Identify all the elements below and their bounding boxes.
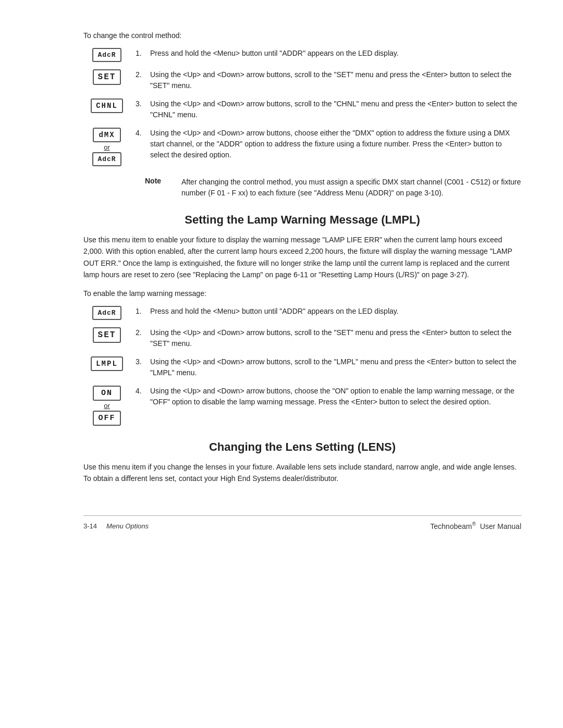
manual-subtitle: User Manual xyxy=(480,522,521,530)
lamp-step-4-text: Using the <Up> and <Down> arrow buttons,… xyxy=(150,386,521,408)
step-4-icon-area: dMX or AdcR xyxy=(83,128,130,166)
addr-box-1: AdcR xyxy=(92,48,121,62)
product-title: Technobeam xyxy=(430,522,472,530)
step-4-icon-pair: dMX or AdcR xyxy=(92,128,121,166)
chnl-box: CHNL xyxy=(91,98,123,113)
off-box: OFF xyxy=(93,411,121,426)
set-box-lamp: SET xyxy=(93,327,121,343)
lens-section-body: Use this menu item if you change the len… xyxy=(83,461,521,485)
lamp-step-3-icon-area: LMPL xyxy=(83,356,130,371)
lamp-step-4-number: 4. xyxy=(136,386,150,395)
lamp-step-2-text: Using the <Up> and <Down> arrow buttons,… xyxy=(150,327,521,349)
or-text-1: or xyxy=(104,143,110,151)
lamp-step-4-icon-area: ON or OFF xyxy=(83,386,130,426)
step-3-text: Using the <Up> and <Down> arrow buttons,… xyxy=(150,98,521,120)
lamp-step-2-number: 2. xyxy=(136,327,150,337)
step-3-number: 3. xyxy=(136,98,150,108)
step-2-number: 2. xyxy=(136,69,150,79)
note-label: Note xyxy=(145,177,181,199)
step-1-icon-area: AdcR xyxy=(83,48,130,62)
lamp-step-1-row: AdcR 1. Press and hold the <Menu> button… xyxy=(83,306,521,320)
lamp-step-1-text: Press and hold the <Menu> button until "… xyxy=(150,306,521,317)
dmx-box: dMX xyxy=(93,128,121,142)
step-1-number: 1. xyxy=(136,48,150,57)
lamp-steps: AdcR 1. Press and hold the <Menu> button… xyxy=(83,306,521,426)
or-text-2: or xyxy=(104,402,110,410)
page-number: 3-14 xyxy=(83,522,97,530)
step-2-row: SET 2. Using the <Up> and <Down> arrow b… xyxy=(83,69,521,91)
on-box: ON xyxy=(93,386,121,401)
intro-text: To change the control method: xyxy=(83,31,521,40)
step-2-icon-area: SET xyxy=(83,69,130,85)
lamp-step-2-row: SET 2. Using the <Up> and <Down> arrow b… xyxy=(83,327,521,349)
lamp-enable-text: To enable the lamp warning message: xyxy=(83,289,521,298)
lamp-step-4-row: ON or OFF 4. Using the <Up> and <Down> a… xyxy=(83,386,521,426)
lens-section-heading: Changing the Lens Setting (LENS) xyxy=(83,440,521,454)
step-4-text: Using the <Up> and <Down> arrow buttons,… xyxy=(150,128,521,161)
step-3-icon-area: CHNL xyxy=(83,98,130,113)
footer-right: Technobeam® User Manual xyxy=(430,521,521,530)
section-name: Menu Options xyxy=(106,522,149,530)
note-row: Note After changing the control method, … xyxy=(145,177,521,199)
step-1-text: Press and hold the <Menu> button until "… xyxy=(150,48,521,59)
lamp-step-3-row: LMPL 3. Using the <Up> and <Down> arrow … xyxy=(83,356,521,378)
lamp-step-3-text: Using the <Up> and <Down> arrow buttons,… xyxy=(150,356,521,378)
lmpl-box: LMPL xyxy=(91,356,123,371)
step-4-number: 4. xyxy=(136,128,150,137)
set-box-1: SET xyxy=(93,69,121,85)
lamp-step-1-number: 1. xyxy=(136,306,150,315)
registered-mark: ® xyxy=(472,521,475,527)
change-control-steps: AdcR 1. Press and hold the <Menu> button… xyxy=(83,48,521,166)
addr-box-lamp-1: AdcR xyxy=(92,306,121,320)
lamp-step-2-icon-area: SET xyxy=(83,327,130,343)
lamp-section-body: Use this menu item to enable your fixtur… xyxy=(83,234,521,281)
step-2-text: Using the <Up> and <Down> arrow buttons,… xyxy=(150,69,521,91)
step-4-row: dMX or AdcR 4. Using the <Up> and <Down>… xyxy=(83,128,521,166)
note-content: After changing the control method, you m… xyxy=(181,177,521,199)
step-3-row: CHNL 3. Using the <Up> and <Down> arrow … xyxy=(83,98,521,120)
lamp-step-4-icon-pair: ON or OFF xyxy=(93,386,121,426)
lamp-step-3-number: 3. xyxy=(136,356,150,366)
step-1-row: AdcR 1. Press and hold the <Menu> button… xyxy=(83,48,521,62)
footer-left: 3-14 Menu Options xyxy=(83,522,149,530)
page-footer: 3-14 Menu Options Technobeam® User Manua… xyxy=(83,515,521,530)
lamp-section-heading: Setting the Lamp Warning Message (LMPL) xyxy=(83,213,521,227)
addr-box-2: AdcR xyxy=(92,152,121,166)
lamp-step-1-icon-area: AdcR xyxy=(83,306,130,320)
